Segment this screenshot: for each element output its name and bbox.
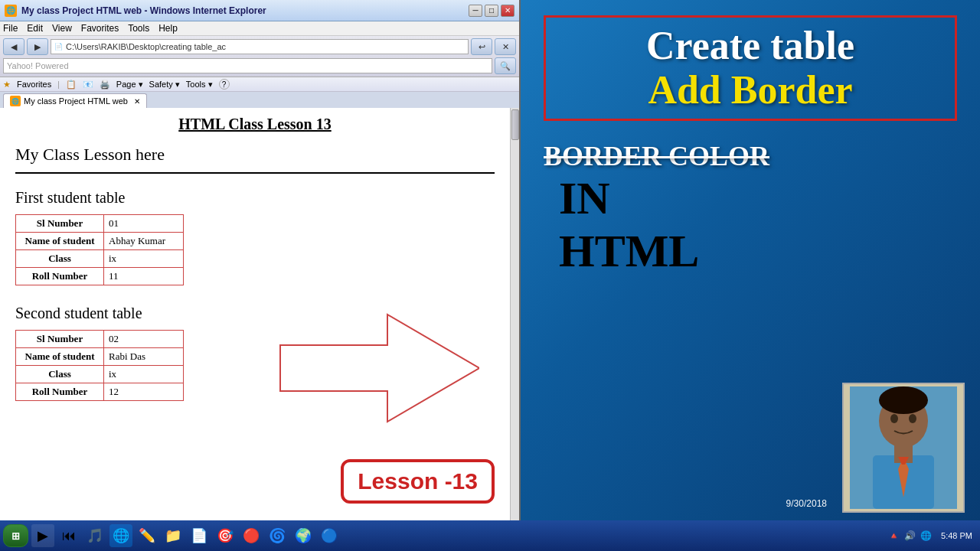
taskbar-icon-5[interactable]: ✏️ bbox=[136, 524, 158, 547]
table-row: Name of student Rabi Das bbox=[16, 348, 184, 366]
taskbar-icon-6[interactable]: 📁 bbox=[162, 524, 185, 547]
taskbar-icon-7[interactable]: 📄 bbox=[188, 524, 211, 547]
menu-view[interactable]: View bbox=[52, 23, 72, 34]
table-row: Roll Number 12 bbox=[16, 383, 184, 401]
window-controls: ─ □ ✕ bbox=[469, 5, 514, 17]
student-table-2: Sl Number 02 Name of student Rabi Das Cl… bbox=[15, 330, 184, 401]
lesson-badge: Lesson -13 bbox=[341, 459, 495, 504]
table-row: Name of student Abhay Kumar bbox=[16, 233, 184, 250]
arrow-graphic bbox=[265, 307, 479, 429]
system-tray: 🔺 🔊 🌐 5:48 PM bbox=[888, 530, 977, 541]
sep1: | bbox=[57, 80, 60, 89]
close-button[interactable]: ✕ bbox=[501, 5, 514, 17]
divider-line bbox=[15, 172, 495, 174]
person-photo bbox=[842, 383, 965, 513]
browser-toolbar: ◀ ▶ 📄 C:\Users\RAKIB\Desktop\creating ta… bbox=[0, 36, 519, 77]
label-class2: Class bbox=[16, 366, 104, 383]
create-table-box: Create table Add Border bbox=[544, 15, 957, 121]
taskbar-icon-10[interactable]: 🌀 bbox=[266, 524, 289, 547]
taskbar-icon-3[interactable]: 🎵 bbox=[83, 524, 106, 547]
scrollbar[interactable] bbox=[510, 108, 519, 534]
favorites-bar: ★ Favorites | 📋 📧 🖨️ Page ▾ Safety ▾ Too… bbox=[0, 77, 519, 92]
label-class: Class bbox=[16, 250, 104, 268]
taskbar-icon-12[interactable]: 🔵 bbox=[318, 524, 341, 547]
tab-close-icon[interactable]: ✕ bbox=[134, 97, 140, 106]
taskbar-icon-11[interactable]: 🌍 bbox=[292, 524, 315, 547]
person-silhouette bbox=[850, 386, 957, 509]
forward-button[interactable]: ▶ bbox=[27, 38, 48, 55]
label-roll2: Roll Number bbox=[16, 383, 104, 401]
student-table-1: Sl Number 01 Name of student Abhay Kumar… bbox=[15, 214, 184, 285]
table-row: Roll Number 11 bbox=[16, 268, 184, 285]
menu-file[interactable]: File bbox=[3, 23, 18, 34]
tray-icon-1: 🔺 bbox=[888, 530, 900, 541]
start-button[interactable]: ⊞ bbox=[3, 524, 28, 547]
border-color-text: BORDER COLOR bbox=[544, 140, 769, 172]
taskbar-icon-2[interactable]: ⏮ bbox=[57, 524, 80, 547]
table-row: Class ix bbox=[16, 366, 184, 383]
menu-bar: File Edit View Favorites Tools Help bbox=[0, 21, 519, 36]
value-roll: 11 bbox=[104, 268, 184, 285]
menu-help[interactable]: Help bbox=[158, 23, 178, 34]
browser-window: 🌐 My class Project HTML web - Windows In… bbox=[0, 0, 521, 551]
html-text: HTML bbox=[559, 225, 699, 278]
page-icon: 📄 bbox=[54, 43, 63, 51]
add-border-text: Add Border bbox=[561, 67, 939, 112]
nav-bar: ◀ ▶ 📄 C:\Users\RAKIB\Desktop\creating ta… bbox=[3, 38, 516, 55]
value-class: ix bbox=[104, 250, 184, 268]
taskbar-icon-8[interactable]: 🎯 bbox=[214, 524, 237, 547]
value-class2: ix bbox=[104, 366, 184, 383]
address-text: C:\Users\RAKIB\Desktop\creating table_ac bbox=[66, 42, 226, 51]
safety-dropdown[interactable]: Safety ▾ bbox=[149, 80, 180, 90]
label-roll: Roll Number bbox=[16, 268, 104, 285]
value-name2: Rabi Das bbox=[104, 348, 184, 366]
browser-icon: 🌐 bbox=[5, 5, 17, 17]
tools-icon3: 🖨️ bbox=[100, 80, 110, 90]
taskbar-icon-1[interactable]: ▶ bbox=[31, 524, 54, 547]
svg-marker-0 bbox=[280, 315, 479, 422]
refresh-button[interactable]: ✕ bbox=[495, 38, 516, 55]
search-bar-row: Yahoo! Powered 🔍 bbox=[3, 57, 516, 74]
active-tab[interactable]: 🌐 My class Project HTML web ✕ bbox=[3, 93, 147, 108]
go-back-button[interactable]: ↩ bbox=[471, 38, 492, 55]
value-name: Abhay Kumar bbox=[104, 233, 184, 250]
page-heading: HTML Class Lesson 13 bbox=[15, 116, 495, 133]
svg-point-4 bbox=[909, 414, 916, 423]
scroll-thumb[interactable] bbox=[511, 109, 519, 140]
value-roll2: 12 bbox=[104, 383, 184, 401]
create-table-text: Create table bbox=[561, 24, 939, 67]
maximize-button[interactable]: □ bbox=[485, 5, 498, 17]
search-placeholder: Yahoo! Powered bbox=[7, 61, 69, 70]
tools-dropdown[interactable]: Tools ▾ bbox=[186, 80, 213, 90]
menu-tools[interactable]: Tools bbox=[128, 23, 149, 34]
tray-icon-3: 🌐 bbox=[920, 530, 932, 541]
page-dropdown[interactable]: Page ▾ bbox=[116, 80, 143, 90]
tray-icon-2: 🔊 bbox=[904, 530, 916, 541]
label-name: Name of student bbox=[16, 233, 104, 250]
svg-point-5 bbox=[879, 386, 928, 414]
section1-title: First student table bbox=[15, 189, 495, 207]
taskbar-icon-9[interactable]: 🔴 bbox=[240, 524, 263, 547]
tab-label: My class Project HTML web bbox=[24, 96, 128, 106]
menu-favorites[interactable]: Favorites bbox=[81, 23, 119, 34]
clock-time: 5:48 PM bbox=[941, 531, 972, 540]
search-button[interactable]: 🔍 bbox=[495, 57, 516, 74]
table-row: Sl Number 02 bbox=[16, 331, 184, 348]
windows-logo-icon: ⊞ bbox=[11, 530, 20, 542]
table-row: Class ix bbox=[16, 250, 184, 268]
date-text: 9/30/2018 bbox=[786, 498, 827, 509]
back-button[interactable]: ◀ bbox=[3, 38, 24, 55]
minimize-button[interactable]: ─ bbox=[469, 5, 482, 17]
menu-edit[interactable]: Edit bbox=[27, 23, 43, 34]
taskbar: ⊞ ▶ ⏮ 🎵 🌐 ✏️ 📁 📄 🎯 🔴 🌀 🌍 🔵 🔺 🔊 🌐 5:48 PM bbox=[0, 520, 980, 551]
favorites-label[interactable]: Favorites bbox=[17, 80, 51, 89]
value-sl: 01 bbox=[104, 215, 184, 233]
taskbar-clock: 5:48 PM bbox=[936, 531, 977, 540]
taskbar-icon-4[interactable]: 🌐 bbox=[109, 524, 132, 547]
help-icon[interactable]: ? bbox=[219, 79, 230, 90]
address-bar[interactable]: 📄 C:\Users\RAKIB\Desktop\creating table_… bbox=[51, 39, 469, 54]
lesson-subtitle: My Class Lesson here bbox=[15, 145, 495, 165]
browser-content: HTML Class Lesson 13 My Class Lesson her… bbox=[0, 108, 510, 534]
label-name2: Name of student bbox=[16, 348, 104, 366]
tools-icon2: 📧 bbox=[83, 80, 93, 90]
